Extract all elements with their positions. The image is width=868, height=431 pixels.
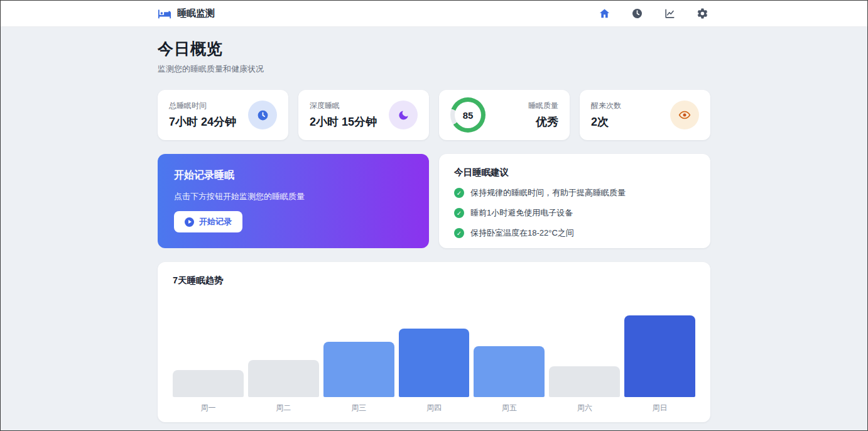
bar-label: 周四	[399, 403, 470, 413]
sleep-trend-chart-card: 7天睡眠趋势 周一周二周三周四周五周六周日	[158, 262, 710, 422]
stat-value: 2小时 15分钟	[310, 114, 377, 129]
clock-icon	[248, 101, 277, 129]
page-title: 今日概览	[158, 38, 710, 59]
tip-text: 睡前1小时避免使用电子设备	[470, 207, 573, 219]
stat-label: 深度睡眠	[310, 101, 377, 111]
stat-value: 2次	[591, 114, 621, 129]
sleep-tips-card: 今日睡眠建议 ✓保持规律的睡眠时间，有助于提高睡眠质量✓睡前1小时避免使用电子设…	[439, 154, 710, 248]
app-title: 睡眠监测	[177, 8, 215, 19]
stats-row: 总睡眠时间 7小时 24分钟 深度睡眠 2小时 15分钟 85 睡眠质量 优秀	[158, 90, 710, 140]
record-card-desc: 点击下方按钮开始监测您的睡眠质量	[174, 191, 413, 202]
chart-title: 7天睡眠趋势	[173, 275, 695, 286]
tips-title: 今日睡眠建议	[454, 166, 695, 178]
start-record-button-label: 开始记录	[199, 216, 232, 227]
tip-text: 保持卧室温度在18-22°C之间	[470, 227, 574, 239]
bed-logo-icon	[158, 7, 171, 21]
chart-bar-slot	[549, 294, 620, 397]
quality-score: 85	[455, 102, 481, 128]
bar-label: 周三	[323, 403, 394, 413]
chart-bar-周三[interactable]	[323, 342, 394, 397]
bar-chart-labels: 周一周二周三周四周五周六周日	[173, 403, 695, 413]
check-icon: ✓	[454, 188, 464, 198]
eye-icon	[670, 101, 699, 129]
home-icon[interactable]	[596, 6, 612, 22]
wake-count-card: 醒来次数 2次	[580, 90, 710, 140]
check-icon: ✓	[454, 208, 464, 218]
tip-text: 保持规律的睡眠时间，有助于提高睡眠质量	[470, 187, 626, 199]
stat-value: 优秀	[528, 114, 558, 129]
chart-bar-slot	[323, 294, 394, 397]
page-header: 今日概览 监测您的睡眠质量和健康状况	[158, 27, 710, 75]
tip-item: ✓保持规律的睡眠时间，有助于提高睡眠质量	[454, 187, 695, 199]
quality-progress-ring: 85	[450, 97, 486, 133]
bar-label: 周二	[248, 403, 319, 413]
middle-row: 开始记录睡眠 点击下方按钮开始监测您的睡眠质量 开始记录 今日睡眠建议 ✓保持规…	[158, 154, 710, 248]
stat-label: 总睡眠时间	[169, 101, 236, 111]
chart-bar-slot	[399, 294, 470, 397]
settings-gear-icon[interactable]	[694, 6, 710, 22]
chart-bar-周一[interactable]	[173, 370, 244, 397]
deep-sleep-card: 深度睡眠 2小时 15分钟	[298, 90, 429, 140]
chart-bar-slot	[624, 294, 695, 397]
stat-label: 醒来次数	[591, 101, 621, 111]
chart-bar-周二[interactable]	[248, 360, 319, 397]
total-sleep-card: 总睡眠时间 7小时 24分钟	[158, 90, 288, 140]
sleep-quality-card: 85 睡眠质量 优秀	[439, 90, 570, 140]
play-icon	[185, 217, 194, 227]
moon-icon	[389, 101, 418, 129]
chart-bar-周四[interactable]	[399, 329, 470, 397]
chart-bar-周日[interactable]	[624, 315, 695, 397]
bar-label: 周一	[173, 403, 244, 413]
check-icon: ✓	[454, 228, 464, 238]
chart-bar-周六[interactable]	[549, 366, 620, 397]
tip-item: ✓保持卧室温度在18-22°C之间	[454, 227, 695, 239]
chart-bar-slot	[173, 294, 244, 397]
chart-bar-周五[interactable]	[474, 346, 545, 397]
start-record-card: 开始记录睡眠 点击下方按钮开始监测您的睡眠质量 开始记录	[158, 154, 429, 248]
chart-bar-slot	[248, 294, 319, 397]
record-card-title: 开始记录睡眠	[174, 169, 413, 182]
tip-item: ✓睡前1小时避免使用电子设备	[454, 207, 695, 219]
page-subtitle: 监测您的睡眠质量和健康状况	[158, 63, 710, 75]
trend-chart-icon[interactable]	[661, 6, 678, 22]
nav-icon-group	[596, 6, 710, 22]
tips-list: ✓保持规律的睡眠时间，有助于提高睡眠质量✓睡前1小时避免使用电子设备✓保持卧室温…	[454, 187, 695, 239]
chart-bar-slot	[474, 294, 545, 397]
top-navbar: 睡眠监测	[1, 1, 867, 27]
history-clock-icon[interactable]	[629, 6, 645, 22]
app-brand[interactable]: 睡眠监测	[158, 7, 215, 21]
stat-value: 7小时 24分钟	[169, 114, 236, 129]
bar-label: 周五	[474, 403, 545, 413]
bar-label: 周六	[549, 403, 620, 413]
main-content: 今日概览 监测您的睡眠质量和健康状况 总睡眠时间 7小时 24分钟 深度睡眠 2…	[158, 27, 710, 422]
stat-label: 睡眠质量	[528, 101, 558, 111]
bar-chart	[173, 294, 695, 397]
start-record-button[interactable]: 开始记录	[174, 211, 242, 232]
bar-label: 周日	[624, 403, 695, 413]
